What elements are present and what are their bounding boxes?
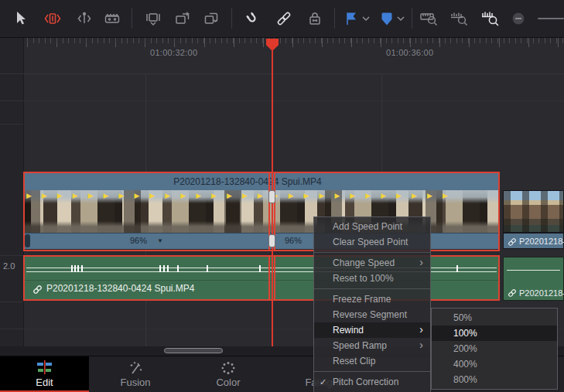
flag-icon[interactable] [342, 9, 361, 28]
menu-separator [314, 369, 430, 374]
video-clip-title: P20201218-132840-0424 Spui.MP4 [101, 176, 395, 187]
selection-border [498, 255, 500, 301]
speed-point-handle[interactable] [268, 190, 275, 203]
waveform-blip [163, 265, 165, 272]
track-divider [0, 302, 23, 302]
submenu-item[interactable]: 800% [432, 372, 557, 387]
replace-clip-icon[interactable] [202, 9, 220, 28]
timeline-toolbar [0, 0, 564, 38]
waveform-blip [207, 265, 208, 272]
timeline-zoom-custom-icon[interactable] [480, 9, 501, 28]
selection-border [23, 255, 25, 301]
waveform-blip [456, 265, 458, 272]
rewind-speed-submenu: 50% 100% 200% 400% 800% [431, 308, 558, 390]
timeline-zoom-detail-icon[interactable] [449, 9, 470, 28]
link-icon [508, 288, 517, 298]
speed-percentage-left[interactable]: 96% [130, 236, 147, 245]
tab-fusion-label: Fusion [89, 377, 182, 388]
toolbar-separator [412, 8, 412, 29]
tab-edit[interactable]: Edit [0, 356, 89, 392]
waveform-blip [74, 265, 76, 272]
submenu-arrow-icon: › [419, 254, 423, 270]
zoom-out-icon[interactable] [511, 12, 525, 30]
overwrite-clip-icon[interactable] [173, 9, 192, 28]
link-icon [32, 285, 43, 295]
insert-clip-icon[interactable] [144, 9, 162, 28]
snapping-magnet-icon[interactable] [243, 9, 261, 28]
zoom-slider[interactable] [538, 18, 564, 19]
position-lock-icon[interactable] [306, 9, 324, 28]
waveform-blip [71, 265, 73, 272]
edit-page-icon [36, 360, 54, 376]
selection-border [498, 172, 500, 251]
submenu-arrow-icon: › [419, 322, 423, 337]
check-icon: ✓ [320, 374, 330, 390]
menu-separator [314, 286, 430, 291]
audio-clip-name: P20201218-132840-0424 Spui.MP4 [46, 283, 194, 294]
context-menu-item[interactable]: Rewind › [314, 322, 430, 338]
context-menu-item[interactable]: Freeze Frame [314, 291, 430, 307]
marker-dropdown-icon[interactable] [396, 15, 405, 22]
waveform-line [507, 270, 560, 271]
next-audio-clip-name: P20201218- [519, 288, 564, 298]
razor-tool-icon[interactable] [103, 9, 121, 28]
next-video-clip-name: P20201218- [519, 237, 564, 246]
retime-left-handle[interactable] [25, 234, 30, 247]
context-menu-item[interactable]: Change Speed › [314, 255, 430, 271]
menu-separator [314, 250, 430, 255]
flag-dropdown-icon[interactable] [361, 15, 371, 22]
link-icon [508, 237, 517, 247]
next-video-clip-thumbnail[interactable] [503, 190, 564, 233]
submenu-item[interactable]: 200% [432, 341, 557, 356]
next-video-clip-name-bar[interactable]: P20201218- [503, 233, 564, 249]
submenu-item[interactable]: 100% [432, 326, 557, 341]
horizontal-scrollbar-handle[interactable] [164, 348, 223, 353]
submenu-arrow-icon: › [419, 337, 423, 353]
timecode-label: 01:00:32:00 [150, 48, 197, 57]
next-audio-clip[interactable]: P20201218- [503, 257, 564, 301]
submenu-item[interactable]: 400% [432, 356, 557, 372]
track-divider [0, 124, 23, 124]
submenu-item[interactable]: 50% [432, 310, 557, 326]
waveform-blip [77, 265, 79, 272]
waveform-blip [177, 265, 179, 272]
selection-border [23, 172, 500, 173]
toolbar-separator [334, 8, 335, 29]
tab-edit-label: Edit [0, 377, 89, 388]
color-page-icon [219, 360, 238, 376]
context-menu-item[interactable]: Reset to 100% [314, 271, 430, 286]
segment-split-border [274, 255, 275, 301]
toolbar-separator [132, 8, 132, 29]
context-menu-item[interactable]: Reset Clip [314, 353, 430, 369]
waveform-blip [159, 265, 161, 272]
track-header-column [0, 37, 24, 346]
tab-color[interactable]: Color [182, 356, 275, 392]
context-menu-item[interactable]: Clear Speed Point [314, 234, 430, 250]
tab-fusion[interactable]: Fusion [89, 356, 182, 392]
pointer-tool-icon[interactable] [11, 9, 29, 28]
davinci-resolve-edit-page: 01:00:32:00 01:00:36:00 P20201218-132840… [0, 0, 564, 392]
speed-direction-arrows: ▶▶▶▶▶▶▶▶▶▶▶▶▶▶▶▶▶▶▶▶▶▶▶▶▶▶▶▶ [26, 191, 497, 201]
context-menu-item[interactable]: Reverse Segment [314, 307, 430, 322]
trim-edit-mode-icon[interactable] [43, 9, 62, 28]
dynamic-trim-mode-icon[interactable] [75, 9, 94, 28]
marker-icon[interactable] [378, 9, 396, 28]
tab-color-label: Color [182, 377, 275, 388]
context-menu-item[interactable]: Add Speed Point [314, 219, 430, 234]
speed-context-menu: Add Speed Point Clear Speed Point Change… [313, 216, 431, 392]
timeline-ruler-ticks [23, 37, 564, 43]
fusion-page-icon [126, 360, 145, 376]
context-menu-item[interactable]: Speed Ramp › [314, 338, 430, 353]
toolbar-separator [231, 8, 232, 29]
ruler-bottom-line [0, 73, 564, 74]
timeline-zoom-full-icon[interactable] [419, 9, 440, 28]
speed-dropdown-caret-icon[interactable]: ▼ [157, 237, 163, 244]
speed-point-handle[interactable] [268, 234, 275, 247]
linked-selection-icon[interactable] [275, 9, 293, 28]
track-divider [0, 329, 23, 329]
context-menu-item[interactable]: ✓ Pitch Correction [314, 374, 430, 390]
waveform-blip [167, 265, 169, 272]
timecode-label: 01:00:36:00 [386, 48, 433, 57]
speed-percentage-right[interactable]: 96% [285, 236, 302, 245]
video-clip-title-bar[interactable]: P20201218-132840-0424 Spui.MP4 [23, 173, 500, 190]
